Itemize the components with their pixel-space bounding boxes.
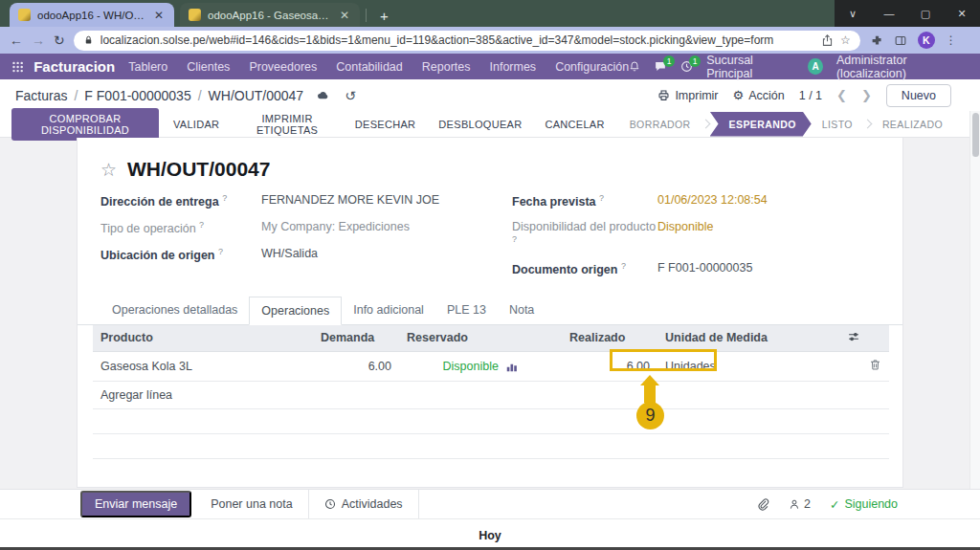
pager-next-icon[interactable]: ❯ xyxy=(861,88,872,102)
field-grid: Dirección de entrega ? FERNANDEZ MORE KE… xyxy=(78,189,902,288)
column-header-product[interactable]: Producto xyxy=(93,325,313,352)
save-cloud-icon[interactable] xyxy=(316,89,330,101)
send-message-button[interactable]: Enviar mensaje xyxy=(80,491,191,517)
extensions-icon[interactable] xyxy=(871,34,883,47)
column-header-reserved[interactable]: Reservado xyxy=(399,325,562,352)
reload-icon[interactable]: ↻ xyxy=(54,33,65,47)
window-minimize-button[interactable]: — xyxy=(871,0,907,27)
state-borrador[interactable]: BORRADOR xyxy=(619,111,702,137)
state-pipeline: BORRADOR ESPERANDO LISTO REALIZADO xyxy=(619,111,953,137)
activities-indicator[interactable]: 1 xyxy=(680,60,693,73)
page-title: WH/OUT/00047 xyxy=(127,158,270,181)
field-operation-type: Tipo de operación ? My Company: Expedici… xyxy=(100,220,468,237)
new-tab-button[interactable]: + xyxy=(372,8,396,24)
cell-reserved[interactable]: Disponible xyxy=(399,351,562,381)
help-marker: ? xyxy=(222,193,227,203)
check-availability-button[interactable]: COMPROBAR DISPONIBILIDAD xyxy=(11,108,159,141)
tab-nota[interactable]: Nota xyxy=(498,297,546,325)
clock-icon xyxy=(324,498,336,510)
apps-grid-icon[interactable] xyxy=(11,60,24,74)
toolbar-icons: K ⋮ xyxy=(871,32,958,49)
cell-demand[interactable]: 6.00 xyxy=(313,351,399,381)
print-label: Imprimir xyxy=(675,89,718,102)
user-name[interactable]: Administrator (localizacion) xyxy=(836,54,969,80)
print-labels-button[interactable]: IMPRIMIR ETIQUETAS xyxy=(234,109,340,140)
breadcrumb-facturas[interactable]: Facturas xyxy=(15,88,67,103)
unlock-button[interactable]: DESBLOQUEAR xyxy=(430,115,530,134)
messages-indicator[interactable]: 1 xyxy=(654,60,667,73)
cancel-button[interactable]: CANCELAR xyxy=(536,115,612,134)
side-panel-icon[interactable] xyxy=(894,34,907,47)
window-maximize-button[interactable]: ▢ xyxy=(907,0,944,27)
user-avatar[interactable]: A xyxy=(808,58,823,75)
check-icon: ✓ xyxy=(830,497,839,512)
nav-item-reportes[interactable]: Reportes xyxy=(422,60,471,74)
tab-separator xyxy=(366,9,367,22)
action-menu-button[interactable]: ⚙ Acción xyxy=(733,88,785,102)
browser-profile-avatar[interactable]: K xyxy=(918,32,935,49)
state-realizado[interactable]: REALIZADO xyxy=(872,111,953,137)
column-header-uom[interactable]: Unidad de Medida xyxy=(657,325,839,352)
browser-tab-other[interactable]: odooApp16 - Gaseosa Kola 3L ✕ xyxy=(180,3,360,27)
window-close-button[interactable]: ✕ xyxy=(944,0,980,27)
forward-icon[interactable]: → xyxy=(32,33,45,47)
message-thread: Hoy xyxy=(0,519,980,550)
browser-menu-icon[interactable]: ⋮ xyxy=(946,33,958,47)
tab-info-adicional[interactable]: Info adicional xyxy=(342,297,435,325)
nav-item-contabilidad[interactable]: Contabilidad xyxy=(336,60,403,74)
app-name[interactable]: Facturacion xyxy=(33,58,115,75)
nav-item-proveedores[interactable]: Proveedores xyxy=(249,60,317,74)
validate-button[interactable]: VALIDAR xyxy=(165,115,228,134)
nav-item-informes[interactable]: Informes xyxy=(489,60,536,74)
share-icon[interactable] xyxy=(821,34,834,47)
tab-operaciones[interactable]: Operaciones xyxy=(249,297,342,325)
back-icon[interactable]: ← xyxy=(10,33,23,47)
cell-product[interactable]: Gaseosa Kola 3L xyxy=(93,351,313,381)
discard-rotate-icon[interactable]: ↺ xyxy=(345,88,356,103)
help-marker: ? xyxy=(218,247,223,256)
tab-close-icon[interactable]: ✕ xyxy=(338,9,351,22)
tab-close-icon[interactable]: ✕ xyxy=(152,9,166,22)
tab-ple-13[interactable]: PLE 13 xyxy=(435,297,498,325)
state-listo[interactable]: LISTO xyxy=(812,111,863,137)
person-icon xyxy=(789,498,800,511)
vertical-scrollbar[interactable] xyxy=(969,111,980,489)
tab-operaciones-detalladas[interactable]: Operaciones detalladas xyxy=(100,297,249,325)
table-row[interactable]: Gaseosa Kola 3L 6.00 Disponible 6.00 Uni… xyxy=(93,351,889,381)
nav-item-tablero[interactable]: Tablero xyxy=(128,60,167,74)
window-menu-button[interactable]: ∨ xyxy=(835,0,871,27)
scrollbar-thumb[interactable] xyxy=(972,113,979,157)
print-button[interactable]: Imprimir xyxy=(657,89,718,102)
scrap-button[interactable]: DESECHAR xyxy=(346,115,425,134)
pager-previous-icon[interactable]: ❮ xyxy=(836,88,847,102)
forecast-chart-icon[interactable] xyxy=(506,361,518,372)
followers-button[interactable]: 2 xyxy=(789,497,811,511)
favorite-star-icon[interactable]: ☆ xyxy=(100,159,117,181)
breadcrumb-separator: / xyxy=(74,88,78,103)
browser-tab-current[interactable]: odooApp16 - WH/OUT/00047 ✕ xyxy=(10,3,174,27)
add-line-link[interactable]: Agregar línea xyxy=(93,381,889,408)
address-bar[interactable]: localizacion.solse.pe/web#id=146&cids=1&… xyxy=(74,31,860,51)
field-value[interactable]: 01/06/2023 12:08:54 xyxy=(657,193,768,210)
field-value[interactable]: F F001-00000035 xyxy=(657,261,752,278)
bookmark-star-icon[interactable]: ☆ xyxy=(840,33,851,47)
column-header-demand[interactable]: Demanda xyxy=(313,325,399,352)
state-esperando[interactable]: ESPERANDO xyxy=(710,112,812,137)
column-header-options[interactable] xyxy=(839,325,889,352)
nav-item-configuracion[interactable]: Configuración xyxy=(555,60,629,74)
breadcrumb-invoice[interactable]: F F001-00000035 xyxy=(84,88,190,103)
company-switcher[interactable]: Sucursal Principal xyxy=(706,54,794,80)
nav-item-clientes[interactable]: Clientes xyxy=(187,60,230,74)
odoo-favicon xyxy=(18,9,31,21)
trash-icon[interactable] xyxy=(869,359,881,371)
bell-icon[interactable] xyxy=(629,60,640,73)
paperclip-icon[interactable] xyxy=(756,497,769,511)
column-header-done[interactable]: Realizado xyxy=(562,325,657,352)
action-label: Acción xyxy=(748,89,785,102)
field-value[interactable]: FERNANDEZ MORE KEVIN JOE xyxy=(261,193,439,210)
log-note-button[interactable]: Poner una nota xyxy=(195,490,308,518)
field-value[interactable]: WH/Salida xyxy=(261,247,318,264)
new-record-button[interactable]: Nuevo xyxy=(886,84,951,107)
following-button[interactable]: ✓ Siguiendo xyxy=(830,497,898,512)
activities-button[interactable]: Actividades xyxy=(308,490,419,518)
